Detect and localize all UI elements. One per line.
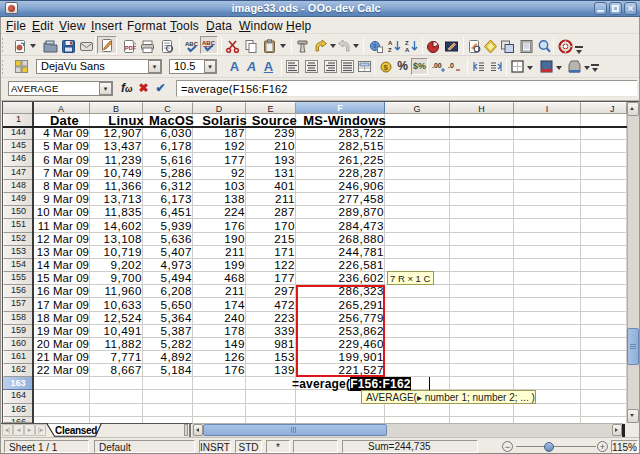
svg-text:ABC: ABC bbox=[202, 40, 216, 46]
svg-text:.0: .0 bbox=[448, 62, 454, 69]
svg-text:.00: .00 bbox=[432, 62, 442, 69]
svg-text:A: A bbox=[405, 47, 410, 53]
svg-text:$: $ bbox=[384, 63, 389, 72]
svg-text:Z: Z bbox=[388, 47, 392, 53]
svg-text:PDF: PDF bbox=[125, 45, 137, 51]
svg-text:A: A bbox=[388, 40, 393, 46]
svg-text:Z: Z bbox=[405, 40, 409, 46]
svg-text:ABC: ABC bbox=[185, 41, 199, 47]
